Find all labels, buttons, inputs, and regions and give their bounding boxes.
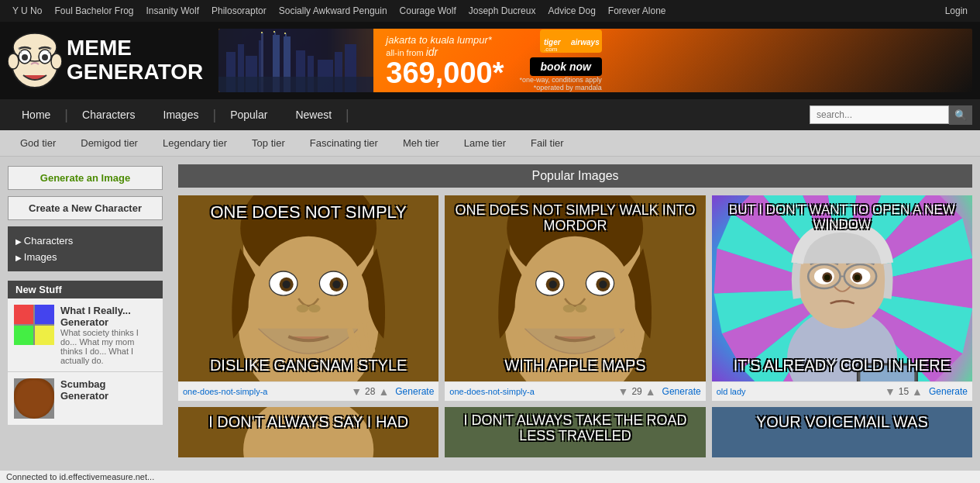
meme-meta-1: one-does-not-simply-a ▼ 29 ▲ Generate <box>445 381 705 401</box>
search-button[interactable]: 🔍 <box>949 105 972 125</box>
meme-1-generate[interactable]: Generate <box>662 386 701 397</box>
meme-0-top-text: ONE DOES NOT SIMPLY <box>178 200 438 225</box>
topnav-item-cw[interactable]: Courage Wolf <box>394 5 462 16</box>
logo-text: MEME GENERATOR <box>67 36 203 85</box>
tier-fascinating[interactable]: Fascinating tier <box>297 130 390 157</box>
meme-1-upvote[interactable]: ▲ <box>645 385 656 398</box>
meme-card-1: ONE DOES NOT SIMPLY WALK INTO MORDOR WIT… <box>445 195 705 401</box>
topnav-item-jd[interactable]: Joseph Ducreux <box>462 5 542 16</box>
svg-point-6 <box>22 54 28 60</box>
svg-point-3 <box>51 53 62 69</box>
login-link[interactable]: Login <box>939 5 974 16</box>
meme-meta-0: one-does-not-simply-a ▼ 28 ▲ Generate <box>178 381 438 401</box>
svg-point-26 <box>284 33 286 34</box>
meme-meta-2: old lady ▼ 15 ▲ Generate <box>712 381 972 401</box>
new-item-1-title: Scumbag Generator <box>60 378 156 402</box>
meme-2-upvote[interactable]: ▲ <box>912 385 923 398</box>
meme-2-top-text: BUT I DON'T WANT TO OPEN A NEW WINDOW <box>712 200 972 235</box>
meme-card-0: ONE DOES NOT SIMPLY DISLIKE GANGNAM STYL… <box>178 195 438 401</box>
topnav-item-iw[interactable]: Insanity Wolf <box>140 5 205 16</box>
svg-point-57 <box>600 281 607 288</box>
new-item-1: Scumbag Generator <box>8 372 163 426</box>
meme-1-votes: ▼ 29 ▲ <box>618 385 656 398</box>
meme-2-bottom-text: IT'S ALREADY COLD IN HERE <box>712 354 972 377</box>
meme-image-1: ONE DOES NOT SIMPLY WALK INTO MORDOR WIT… <box>445 195 705 381</box>
meme-1-downvote[interactable]: ▼ <box>618 385 629 398</box>
topnav-item-sap[interactable]: Socially Awkward Penguin <box>273 5 394 16</box>
meme-0-upvote[interactable]: ▲ <box>378 385 389 398</box>
meme-1-vote-count: 29 <box>631 386 641 397</box>
svg-point-41 <box>332 281 340 288</box>
new-item-0: What I Really... Generator What society … <box>8 298 163 372</box>
nav-popular[interactable]: Popular <box>216 99 281 130</box>
meme-card-3: I DON'T ALWAYS SAY I HAD <box>178 407 438 457</box>
svg-point-40 <box>283 281 291 288</box>
logo-icon <box>8 32 62 90</box>
meme-0-name[interactable]: one-does-not-simply-a <box>183 387 351 396</box>
create-character-button[interactable]: Create a New Character <box>8 196 163 220</box>
tier-legendary[interactable]: Legendary tier <box>150 130 239 157</box>
sidebar-item-images[interactable]: Images <box>15 249 155 265</box>
images-grid: ONE DOES NOT SIMPLY DISLIKE GANGNAM STYL… <box>178 195 972 457</box>
meme-image-2: BUT I DON'T WANT TO OPEN A NEW WINDOW IT… <box>712 195 972 381</box>
new-item-0-icon <box>14 305 54 345</box>
topnav-item-fbf[interactable]: Foul Bachelor Frog <box>48 5 139 16</box>
banner-cta[interactable]: book now <box>530 57 602 76</box>
new-item-1-text: Scumbag Generator <box>60 378 156 419</box>
tier-fail[interactable]: Fail tier <box>518 130 576 157</box>
topnav-item-ad[interactable]: Advice Dog <box>542 5 601 16</box>
meme-card-2: BUT I DON'T WANT TO OPEN A NEW WINDOW IT… <box>712 195 972 401</box>
status-text: Connected to id.effectivemeasure.net... <box>6 472 154 481</box>
status-bar: Connected to id.effectivemeasure.net... <box>0 470 980 483</box>
tier-lame[interactable]: Lame tier <box>452 130 518 157</box>
banner-city-bg <box>218 29 373 92</box>
logo: MEME GENERATOR <box>8 32 203 90</box>
meme-0-bottom-text: DISLIKE GANGNAM STYLE <box>178 354 438 377</box>
banner-text: jakarta to kuala lumpur* all-in from idr… <box>386 34 504 88</box>
banner-note2: *operated by mandala <box>534 84 602 91</box>
banner-ad[interactable]: jakarta to kuala lumpur* all-in from idr… <box>218 29 972 92</box>
main-nav: Home | Characters Images | Popular Newes… <box>0 99 980 130</box>
topnav-item-yuno[interactable]: Y U No <box>6 5 48 16</box>
topnav-item-phil[interactable]: Philosoraptor <box>205 5 273 16</box>
search-area: 🔍 <box>810 105 972 125</box>
meme-2-name[interactable]: old lady <box>717 387 885 396</box>
meme-1-top-text: ONE DOES NOT SIMPLY WALK INTO MORDOR <box>445 200 705 237</box>
meme-2-votes: ▼ 15 ▲ <box>885 385 923 398</box>
new-item-0-title: What I Really... Generator <box>60 305 156 328</box>
svg-point-93 <box>854 274 860 281</box>
sidebar-item-characters[interactable]: Characters <box>15 233 155 249</box>
meme-1-bottom-text: WITH APPLE MAPS <box>445 354 705 377</box>
nav-images[interactable]: Images <box>150 99 213 130</box>
sidebar-nav: Characters Images <box>8 226 163 271</box>
svg-point-25 <box>273 31 275 33</box>
search-input[interactable] <box>810 105 949 124</box>
svg-text:.com: .com <box>544 46 558 53</box>
svg-point-42 <box>297 305 309 312</box>
svg-rect-23 <box>218 77 373 92</box>
meme-3-top-text: I DON'T ALWAYS SAY I HAD <box>178 410 438 433</box>
tier-meh[interactable]: Meh tier <box>390 130 452 157</box>
svg-point-90 <box>824 274 830 281</box>
meme-2-generate[interactable]: Generate <box>929 386 968 397</box>
tier-top[interactable]: Top tier <box>239 130 297 157</box>
generate-image-button[interactable]: Generate an Image <box>8 166 163 190</box>
meme-image-0: ONE DOES NOT SIMPLY DISLIKE GANGNAM STYL… <box>178 195 438 381</box>
content: Generate an Image Create a New Character… <box>0 157 980 483</box>
svg-text:airways: airways <box>571 38 600 47</box>
meme-1-name[interactable]: one-does-not-simply-a <box>449 387 617 396</box>
new-item-1-icon <box>14 378 54 419</box>
nav-home[interactable]: Home <box>8 99 64 130</box>
meme-0-downvote[interactable]: ▼ <box>351 385 362 398</box>
svg-point-58 <box>563 305 576 312</box>
meme-card-4: I DON'T ALWAYS TAKE THE ROAD LESS TRAVEL… <box>445 407 705 457</box>
topnav-item-fa[interactable]: Forever Alone <box>602 5 672 16</box>
tier-god[interactable]: God tier <box>8 130 68 157</box>
svg-point-2 <box>8 53 19 69</box>
new-item-0-desc: What society thinks I do... What my mom … <box>60 328 156 365</box>
meme-2-downvote[interactable]: ▼ <box>885 385 896 398</box>
tier-demigod[interactable]: Demigod tier <box>68 130 150 157</box>
nav-characters[interactable]: Characters <box>68 99 149 130</box>
meme-0-generate[interactable]: Generate <box>395 386 434 397</box>
nav-newest[interactable]: Newest <box>281 99 346 130</box>
